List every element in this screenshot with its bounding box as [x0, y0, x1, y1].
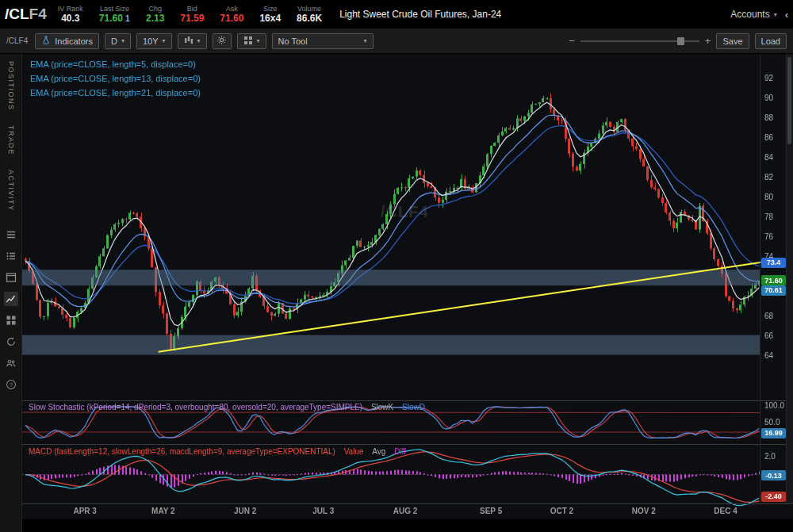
watchlist-icon[interactable] — [4, 249, 18, 263]
menu-icon[interactable] — [4, 228, 18, 242]
symbol-watermark: /CLF4 — [381, 203, 429, 221]
month-label: NOV 2 — [632, 507, 656, 515]
quote-bar: /CLF4 IV Rank40.3Last Size71.601Chg2.13B… — [0, 0, 793, 29]
slowk-legend: SlowK — [371, 403, 393, 411]
zoom-slider-handle[interactable] — [677, 37, 684, 45]
macd-study-label[interactable]: MACD (fastLength=12, slowLength=26, macd… — [29, 447, 335, 456]
symbol-suffix: F4 — [29, 6, 47, 22]
chevron-down-icon: ▾ — [197, 37, 201, 44]
price-tick: 76 — [764, 232, 773, 241]
quote-field-last-size: Last Size71.601 — [99, 5, 130, 24]
month-label: MAY 2 — [151, 507, 174, 515]
tool-value: No Tool — [278, 36, 308, 46]
timeframe-dropdown[interactable]: D ▾ — [105, 33, 131, 49]
price-chart-canvas[interactable] — [22, 54, 793, 532]
history-icon[interactable] — [4, 335, 18, 349]
gear-icon — [216, 35, 227, 48]
drawing-tool-dropdown[interactable]: No Tool ▾ — [272, 33, 374, 49]
chart-scrollbar-handle[interactable] — [787, 57, 791, 144]
range-dropdown[interactable]: 10Y ▾ — [136, 33, 172, 49]
chart-icon[interactable] — [4, 292, 18, 306]
ema5-study-label[interactable]: EMA (price=CLOSE, length=5, displace=0) — [30, 57, 201, 71]
chart-toolbar: /CLF4 Indicators D ▾ 10Y ▾ ▾ ▾ No Tool ▾… — [0, 29, 793, 54]
ema21-study-label[interactable]: EMA (price=CLOSE, length=21, displace=0) — [30, 86, 201, 100]
load-button[interactable]: Load — [755, 33, 787, 49]
chevron-down-icon: ▾ — [774, 11, 777, 18]
chevron-down-icon: ▾ — [121, 37, 125, 44]
stochastic-study-label[interactable]: Slow Stochastic (kPeriod=14, dPeriod=3, … — [29, 403, 362, 411]
flask-icon — [41, 35, 51, 47]
month-label: AUG 2 — [393, 507, 418, 515]
price-tick: 88 — [764, 113, 773, 122]
study-legend: EMA (price=CLOSE, length=5, displace=0) … — [30, 57, 201, 100]
month-label: JUN 2 — [234, 507, 256, 515]
chevron-down-icon: ▾ — [364, 37, 367, 44]
quote-field-size: Size16x4 — [259, 5, 281, 24]
month-label: DEC 4 — [714, 507, 737, 515]
candlestick-style-icon — [184, 36, 193, 47]
zoom-out-icon[interactable]: − — [569, 35, 575, 47]
macd-bubble: -0.13 — [761, 470, 786, 480]
window-icon[interactable] — [4, 270, 18, 285]
ema13-study-label[interactable]: EMA (price=CLOSE, length=13, displace=0) — [30, 71, 201, 86]
symbol-root: /CL — [5, 6, 29, 22]
price-bubble: 73.4 — [761, 258, 786, 268]
accounts-menu[interactable]: Accounts ▾ — [730, 9, 784, 20]
chevron-down-icon: ▾ — [162, 37, 165, 44]
month-label: APR 3 — [73, 507, 96, 515]
grid-layout-dropdown[interactable]: ▾ — [237, 33, 266, 49]
symbol-title[interactable]: /CLF4 — [0, 6, 58, 23]
sidebar-tab-activity[interactable]: ACTIVITY — [7, 170, 15, 212]
macd-value-legend: Value — [344, 447, 364, 456]
price-bubble: 70.61 — [761, 285, 786, 296]
quote-field-ask: Ask71.60 — [220, 5, 243, 24]
macd-tick: 2.0 — [764, 452, 776, 461]
price-tick: 66 — [764, 331, 773, 340]
left-sidebar: POSITIONS TRADE ACTIVITY ? — [0, 54, 22, 532]
instrument-description: Light Sweet Crude Oil Futures, Jan-24 — [339, 9, 730, 20]
price-tick: 80 — [764, 193, 773, 201]
stochastic-legend-row: Slow Stochastic (kPeriod=14, dPeriod=3, … — [29, 403, 425, 411]
sidebar-tab-positions[interactable]: POSITIONS — [7, 61, 15, 111]
price-tick: 82 — [764, 173, 773, 182]
month-label: SEP 5 — [480, 507, 502, 515]
chart-area: EMA (price=CLOSE, length=5, displace=0) … — [22, 54, 793, 532]
chart-settings-button[interactable] — [213, 33, 232, 49]
bottom-bar — [22, 519, 793, 532]
month-label: JUL 3 — [312, 507, 334, 515]
indicators-label: Indicators — [55, 36, 93, 46]
community-icon[interactable] — [4, 356, 18, 370]
zoom-slider[interactable] — [580, 36, 699, 47]
indicators-button[interactable]: Indicators — [35, 33, 99, 49]
help-icon[interactable]: ? — [4, 377, 18, 392]
slowd-legend: SlowD — [402, 403, 425, 411]
apps-grid-icon[interactable] — [4, 313, 18, 327]
quote-field-chg: Chg2.13 — [146, 5, 164, 24]
price-tick: 86 — [764, 133, 773, 142]
macd-diff-legend: Diff — [394, 447, 406, 456]
range-value: 10Y — [143, 36, 159, 46]
save-button[interactable]: Save — [716, 33, 749, 49]
chevron-down-icon: ▾ — [257, 37, 260, 44]
chart-scrollbar[interactable] — [786, 54, 793, 503]
chart-style-dropdown[interactable]: ▾ — [178, 33, 207, 49]
zoom-in-icon[interactable]: + — [705, 35, 711, 47]
sidebar-tab-trade[interactable]: TRADE — [7, 125, 15, 155]
price-tick: 90 — [764, 94, 773, 102]
svg-text:?: ? — [9, 381, 12, 388]
accounts-label: Accounts — [730, 9, 769, 20]
load-label: Load — [761, 36, 780, 46]
macd-bubble: -2.40 — [761, 492, 786, 502]
macd-avg-legend: Avg — [372, 447, 385, 456]
month-label: OCT 2 — [550, 507, 573, 515]
grid-icon — [243, 36, 253, 47]
price-tick: 84 — [764, 153, 773, 162]
save-label: Save — [722, 36, 742, 46]
price-tick: 64 — [764, 351, 773, 360]
price-tick: 92 — [764, 74, 773, 82]
timeframe-value: D — [111, 36, 117, 46]
stoch-tick: 50.0 — [764, 418, 780, 427]
stoch-bubble: 16.99 — [761, 428, 786, 438]
quote-field-volume: Volume86.6K — [297, 5, 322, 24]
collapse-panel-icon[interactable]: ‹ — [785, 9, 793, 21]
